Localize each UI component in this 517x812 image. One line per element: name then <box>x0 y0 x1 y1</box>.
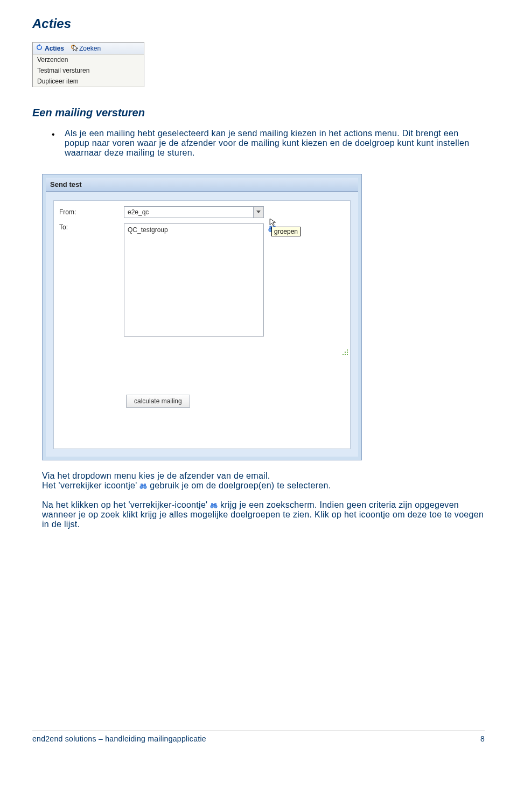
svg-rect-17 <box>143 485 144 486</box>
dialog-title: Send test <box>46 178 358 192</box>
para2b-pre: Het 'verrekijker icoontje' <box>42 481 139 490</box>
para-dropdown-afzender: Via het dropdown menu kies je de afzende… <box>42 471 485 491</box>
svg-rect-10 <box>345 352 346 353</box>
chevron-down-icon <box>256 211 261 214</box>
binoculars-icon <box>139 482 147 488</box>
menu-header: Acties Zoeken <box>33 43 144 54</box>
svg-point-14 <box>144 486 146 488</box>
tab-zoeken-label: Zoeken <box>79 45 101 52</box>
page-number: 8 <box>480 734 485 743</box>
from-label: From: <box>59 208 124 216</box>
svg-rect-7 <box>343 354 344 355</box>
svg-rect-8 <box>345 354 346 355</box>
svg-rect-12 <box>347 349 348 351</box>
footer-text: end2end solutions – handleiding mailinga… <box>32 734 206 743</box>
para-verrekijker-icoontje: Na het klikken op het 'verrekijker-icoon… <box>42 500 485 529</box>
page-heading: Acties <box>32 16 485 31</box>
refresh-icon <box>36 44 43 52</box>
menu-item-verzenden[interactable]: Verzenden <box>33 54 144 65</box>
svg-point-19 <box>214 505 217 508</box>
para3-pre: Na het klikken op het 'verrekijker-icoon… <box>42 500 210 509</box>
to-label: To: <box>59 223 124 231</box>
to-listbox[interactable]: QC_testgroup <box>124 223 264 337</box>
tab-acties-label: Acties <box>45 45 64 52</box>
svg-rect-22 <box>213 504 214 505</box>
calculate-mailing-button[interactable]: calculate mailing <box>126 395 190 408</box>
to-row: To: QC_testgroup <box>59 223 345 337</box>
svg-rect-9 <box>347 354 348 355</box>
para2b-post: gebruik je om de doelgroep(en) te select… <box>150 481 331 490</box>
from-value: e2e_qc <box>128 208 149 216</box>
bullet-paragraph: Als je een mailing hebt geselecteerd kan… <box>65 129 485 158</box>
resize-handle-icon <box>341 348 349 356</box>
cursor-icon <box>73 45 80 52</box>
dropdown-button[interactable] <box>253 207 263 218</box>
from-row: From: e2e_qc <box>59 206 345 218</box>
binoculars-icon <box>210 501 218 508</box>
from-select[interactable]: e2e_qc <box>124 206 264 218</box>
svg-point-18 <box>211 505 213 508</box>
menu-item-testmail[interactable]: Testmail versturen <box>33 65 144 76</box>
tab-acties[interactable]: Acties <box>36 44 64 52</box>
send-test-dialog: Send test From: e2e_qc To: QC_testgroup <box>42 174 362 460</box>
to-value: QC_testgroup <box>128 226 168 234</box>
menu-item-dupliceer[interactable]: Dupliceer item <box>33 76 144 87</box>
svg-point-13 <box>140 486 143 488</box>
acties-menu: Acties Zoeken Verzenden Testmail verstur… <box>32 42 144 87</box>
para2a-text: Via het dropdown menu kies je de afzende… <box>42 471 270 480</box>
page-footer: end2end solutions – handleiding mailinga… <box>32 731 485 743</box>
tooltip-groepen: groepen <box>271 227 301 236</box>
svg-rect-11 <box>347 352 348 353</box>
subheading: Een mailing versturen <box>32 107 485 119</box>
